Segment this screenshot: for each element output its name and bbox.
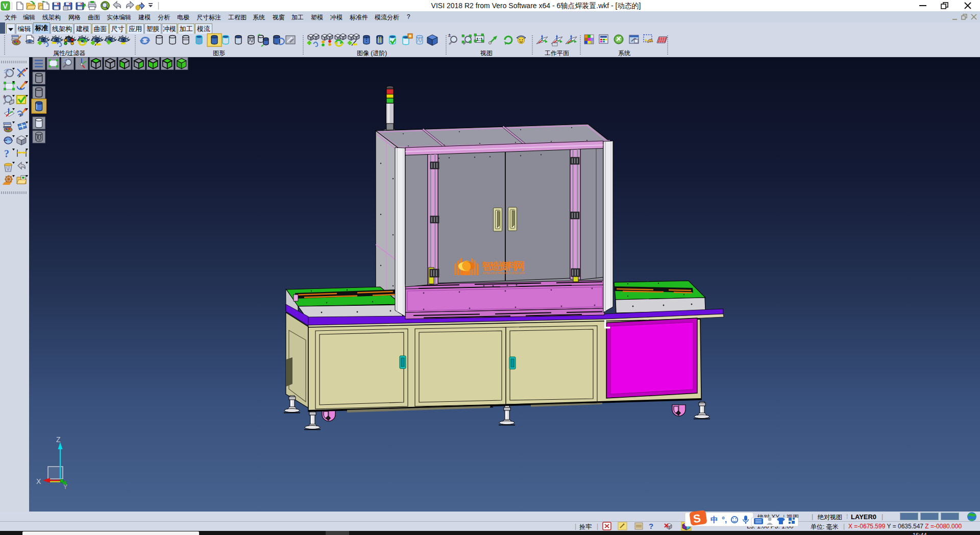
svg-text:Y: Y xyxy=(63,483,67,491)
svg-text:?: ? xyxy=(649,522,653,530)
svg-text:中: 中 xyxy=(710,515,718,524)
svg-text:智造资料网: 智造资料网 xyxy=(481,260,525,272)
svg-text:±: ± xyxy=(448,33,451,38)
svg-text:?: ? xyxy=(4,148,9,159)
svg-text:±: ± xyxy=(3,94,6,99)
svg-text:Z: Z xyxy=(56,435,61,444)
svg-text:X: X xyxy=(36,477,41,485)
svg-text:°,: °, xyxy=(722,515,727,524)
svg-text:INTELLIGENT MANUFACTURING DATA: INTELLIGENT MANUFACTURING DATA xyxy=(482,272,525,275)
